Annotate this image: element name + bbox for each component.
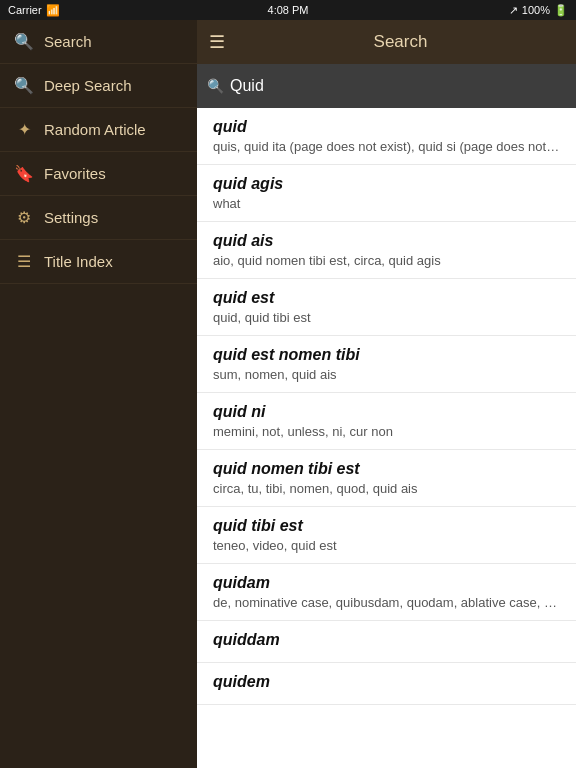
result-desc: de, nominative case, quibusdam, quodam, … (213, 595, 560, 610)
result-title: quid agis (213, 175, 560, 193)
list-item[interactable]: quid est nomen tibisum, nomen, quid ais (197, 336, 576, 393)
gear-icon: ⚙ (14, 208, 34, 227)
list-item[interactable]: quidamde, nominative case, quibusdam, qu… (197, 564, 576, 621)
result-title: quidem (213, 673, 560, 691)
list-item[interactable]: quidem (197, 663, 576, 705)
result-desc: circa, tu, tibi, nomen, quod, quid ais (213, 481, 560, 496)
list-icon: ☰ (14, 252, 34, 271)
result-title: quiddam (213, 631, 560, 649)
arrow-icon: ↗ (509, 4, 518, 17)
results-list: quidquis, quid ita (page does not exist)… (197, 108, 576, 768)
result-desc: what (213, 196, 560, 211)
sidebar-item-label: Deep Search (44, 77, 132, 94)
sidebar-item-label: Search (44, 33, 92, 50)
sidebar-item-deep-search[interactable]: 🔍 Deep Search (0, 64, 197, 108)
list-item[interactable]: quid estquid, quid tibi est (197, 279, 576, 336)
search-icon: 🔍 (14, 32, 34, 51)
search-bar: 🔍 (197, 64, 576, 108)
list-item[interactable]: quid nomen tibi estcirca, tu, tibi, nome… (197, 450, 576, 507)
sidebar-item-random-article[interactable]: ✦ Random Article (0, 108, 197, 152)
deep-search-icon: 🔍 (14, 76, 34, 95)
status-right: ↗ 100% 🔋 (509, 4, 568, 17)
result-desc: sum, nomen, quid ais (213, 367, 560, 382)
sidebar-item-favorites[interactable]: 🔖 Favorites (0, 152, 197, 196)
status-left: Carrier 📶 (8, 4, 60, 17)
result-title: quid est nomen tibi (213, 346, 560, 364)
status-bar: Carrier 📶 4:08 PM ↗ 100% 🔋 (0, 0, 576, 20)
sidebar-item-settings[interactable]: ⚙ Settings (0, 196, 197, 240)
result-title: quid (213, 118, 560, 136)
result-desc: quid, quid tibi est (213, 310, 560, 325)
search-input[interactable] (230, 77, 566, 95)
sidebar-item-label: Favorites (44, 165, 106, 182)
list-item[interactable]: quid nimemini, not, unless, ni, cur non (197, 393, 576, 450)
result-title: quid tibi est (213, 517, 560, 535)
result-title: quid ais (213, 232, 560, 250)
right-header: ☰ Search (197, 20, 576, 64)
bookmark-icon: 🔖 (14, 164, 34, 183)
battery-label: 100% (522, 4, 550, 16)
main-layout: 🔍 Search 🔍 Deep Search ✦ Random Article … (0, 20, 576, 768)
sidebar-item-search[interactable]: 🔍 Search (0, 20, 197, 64)
battery-icon: 🔋 (554, 4, 568, 17)
carrier-label: Carrier (8, 4, 42, 16)
list-item[interactable]: quid aisaio, quid nomen tibi est, circa,… (197, 222, 576, 279)
header-title: Search (237, 32, 564, 52)
list-item[interactable]: quid agiswhat (197, 165, 576, 222)
sidebar: 🔍 Search 🔍 Deep Search ✦ Random Article … (0, 20, 197, 768)
list-item[interactable]: quidquis, quid ita (page does not exist)… (197, 108, 576, 165)
result-desc: memini, not, unless, ni, cur non (213, 424, 560, 439)
result-title: quidam (213, 574, 560, 592)
result-title: quid ni (213, 403, 560, 421)
sidebar-item-title-index[interactable]: ☰ Title Index (0, 240, 197, 284)
result-title: quid est (213, 289, 560, 307)
hamburger-button[interactable]: ☰ (209, 31, 225, 53)
result-title: quid nomen tibi est (213, 460, 560, 478)
status-time: 4:08 PM (268, 4, 309, 16)
sidebar-item-label: Random Article (44, 121, 146, 138)
list-item[interactable]: quid tibi estteneo, video, quid est (197, 507, 576, 564)
right-panel: ☰ Search 🔍 quidquis, quid ita (page does… (197, 20, 576, 768)
sidebar-item-label: Title Index (44, 253, 113, 270)
sidebar-item-label: Settings (44, 209, 98, 226)
random-icon: ✦ (14, 120, 34, 139)
list-item[interactable]: quiddam (197, 621, 576, 663)
wifi-icon: 📶 (46, 4, 60, 17)
result-desc: teneo, video, quid est (213, 538, 560, 553)
result-desc: quis, quid ita (page does not exist), qu… (213, 139, 560, 154)
result-desc: aio, quid nomen tibi est, circa, quid ag… (213, 253, 560, 268)
search-icon: 🔍 (207, 78, 224, 94)
